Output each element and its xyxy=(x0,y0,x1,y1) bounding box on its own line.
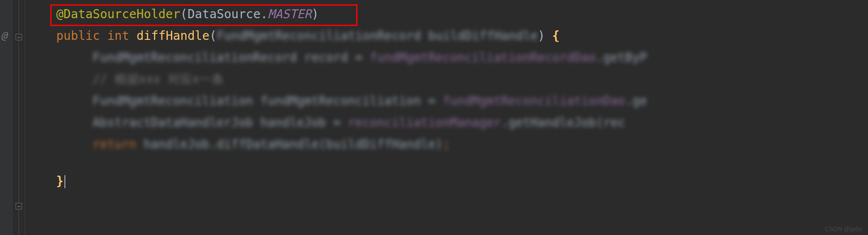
override-icon[interactable]: @ xyxy=(1,29,7,42)
open-brace: { xyxy=(552,29,559,43)
return-expr-blurred: handleJob.diffDataHandle(buildDiffHandle… xyxy=(136,137,443,151)
annotation-name: @DataSourceHolder xyxy=(56,7,180,21)
statement-blurred: FundMgmtReconciliation fundMgmtReconcili… xyxy=(93,94,443,108)
fold-toggle-icon[interactable] xyxy=(16,34,22,40)
open-paren: ( xyxy=(209,29,217,43)
fold-toggle-icon[interactable] xyxy=(16,203,22,209)
open-paren: ( xyxy=(180,7,188,21)
return-keyword-blurred: return xyxy=(93,137,136,151)
text-cursor xyxy=(64,175,65,188)
code-line-body[interactable]: AbstractDataHandlerJob handleJob = recon… xyxy=(25,112,868,134)
fold-gutter xyxy=(13,0,25,235)
code-content[interactable]: @DataSourceHolder(DataSource.MASTER) pub… xyxy=(25,0,868,235)
dot-operator: . xyxy=(260,7,268,21)
comment-blurred: // 根据xxx 对应x一条 xyxy=(93,72,224,86)
code-editor[interactable]: @ @DataSourceHolder(DataSource.MASTER) p… xyxy=(0,0,868,235)
class-reference: DataSource xyxy=(187,7,260,21)
field-blurred: fundMgmtReconciliationRecordDao xyxy=(370,50,596,65)
modifier-keyword: public xyxy=(56,29,100,43)
field-blurred: fundMgmtReconciliationDao xyxy=(443,94,625,108)
code-line-return[interactable]: return handleJob.diffDataHandle(buildDif… xyxy=(25,134,868,155)
statement-blurred: AbstractDataHandlerJob handleJob = xyxy=(93,115,348,130)
empty-line[interactable] xyxy=(25,155,868,173)
return-type: int xyxy=(107,29,129,43)
code-line-method-signature[interactable]: public int diffHandle(FundMgmtReconcilia… xyxy=(25,25,868,47)
code-line-close-brace[interactable]: } xyxy=(25,173,868,190)
statement-blurred: FundMgmtReconciliationRecord record = xyxy=(93,50,370,65)
close-paren: ) xyxy=(538,29,545,43)
suffix-blurred: .getByP xyxy=(596,50,647,65)
code-line-annotation[interactable]: @DataSourceHolder(DataSource.MASTER) xyxy=(25,3,868,25)
field-blurred: reconciliationManager xyxy=(348,115,501,130)
watermark-text: CSDN @qxlxi xyxy=(825,225,862,232)
gutter-annotations: @ xyxy=(0,0,13,235)
code-line-body[interactable]: FundMgmtReconciliation fundMgmtReconcili… xyxy=(25,90,868,112)
semicolon-blurred: ; xyxy=(443,137,450,151)
parameter-blurred: FundMgmtReconciliationRecord buildDiffHa… xyxy=(217,29,538,43)
close-brace: } xyxy=(56,174,64,188)
suffix-blurred: .ge xyxy=(625,94,647,108)
suffix-blurred: .getHandleJob(rec xyxy=(501,115,625,130)
code-line-comment[interactable]: // 根据xxx 对应x一条 xyxy=(25,69,868,90)
method-name: diffHandle xyxy=(136,29,209,43)
code-line-body[interactable]: FundMgmtReconciliationRecord record = fu… xyxy=(25,47,868,69)
close-paren: ) xyxy=(312,7,319,21)
enum-constant: MASTER xyxy=(268,7,312,21)
